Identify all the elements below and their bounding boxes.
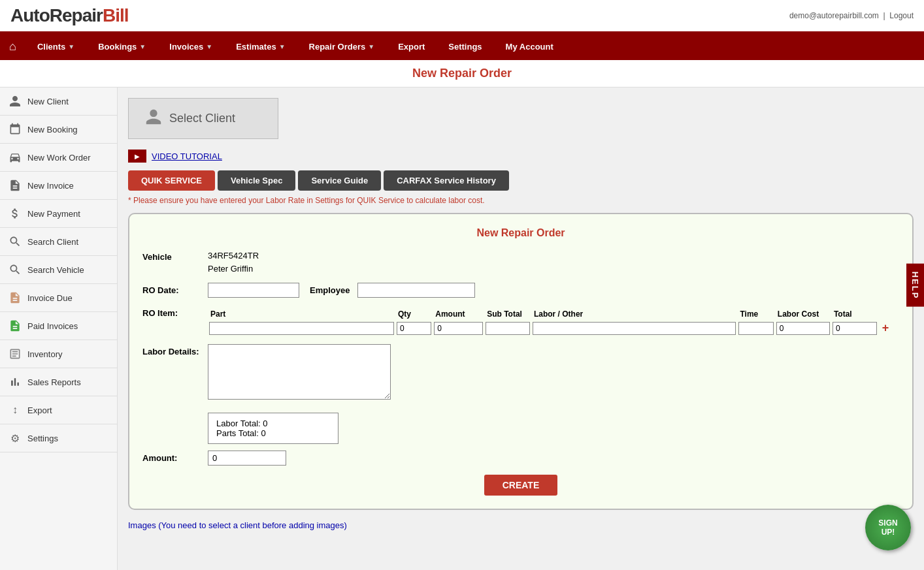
labor-other-input[interactable] xyxy=(533,322,736,335)
ro-item-label: RO Item: xyxy=(142,306,208,318)
sidebar-item-new-work-order[interactable]: New Work Order xyxy=(0,144,117,172)
sidebar-item-export[interactable]: ↕ Export xyxy=(0,396,117,424)
nav-my-account[interactable]: My Account xyxy=(494,35,565,58)
ro-item-row: RO Item: Part Qty Amount Sub Total Labor… xyxy=(142,306,899,336)
col-qty: Qty xyxy=(395,308,433,320)
totals-area: Labor Total: 0 Parts Total: 0 xyxy=(208,407,899,444)
vehicle-value: 34RF5424TR Peter Griffin xyxy=(208,249,259,275)
layout: New Client New Booking New Work Order Ne… xyxy=(0,87,924,570)
nav-clients[interactable]: Clients ▼ xyxy=(25,35,86,58)
sidebar-item-paid-invoices[interactable]: Paid Invoices xyxy=(0,312,117,340)
new-booking-icon xyxy=(8,122,22,136)
labor-rate-notice: * Please ensure you have entered your La… xyxy=(128,196,914,205)
search-vehicle-icon xyxy=(8,262,22,277)
images-notice: Images (You need to select a client befo… xyxy=(128,520,914,530)
new-payment-icon xyxy=(8,206,22,221)
form-title: New Repair Order xyxy=(142,227,899,239)
tabs-row: QUIK SERVICE Vehicle Spec Service Guide … xyxy=(128,170,914,191)
user-email: demo@autorepairbill.com xyxy=(789,11,879,20)
total-input[interactable] xyxy=(833,322,877,335)
sidebar-search-vehicle-label: Search Vehicle xyxy=(27,265,84,275)
new-client-icon xyxy=(8,94,22,108)
logout-link[interactable]: Logout xyxy=(889,11,914,20)
repair-order-form-card: New Repair Order Vehicle 34RF5424TR Pete… xyxy=(128,213,914,510)
sidebar-item-inventory[interactable]: Inventory xyxy=(0,340,117,368)
video-tutorial-link[interactable]: VIDEO TUTORIAL xyxy=(152,151,222,161)
amount-input-field[interactable] xyxy=(208,451,286,466)
nav-invoices[interactable]: Invoices ▼ xyxy=(157,35,224,58)
part-input[interactable] xyxy=(209,322,394,335)
ro-date-inputs: Employee xyxy=(208,283,475,298)
video-tutorial-row: ▶ VIDEO TUTORIAL xyxy=(128,150,914,163)
sidebar-item-new-booking[interactable]: New Booking xyxy=(0,116,117,144)
time-input[interactable] xyxy=(738,322,773,335)
labor-cost-input[interactable] xyxy=(776,322,830,335)
sidebar-item-sales-reports[interactable]: Sales Reports xyxy=(0,368,117,396)
labor-details-row: Labor Details: xyxy=(142,344,899,400)
ro-date-row: RO Date: Employee xyxy=(142,283,899,298)
tab-quik-service[interactable]: QUIK SERVICE xyxy=(128,170,215,191)
labor-total: Labor Total: 0 xyxy=(216,419,330,428)
sidebar-new-work-order-label: New Work Order xyxy=(27,153,91,163)
amount-input[interactable] xyxy=(434,322,483,335)
invoice-due-icon xyxy=(8,291,22,305)
select-client-button[interactable]: Select Client xyxy=(128,98,278,139)
nav-export[interactable]: Export xyxy=(386,35,437,58)
page-title: New Repair Order xyxy=(0,60,924,87)
top-bar: AutoRepairBill demo@autorepairbill.com |… xyxy=(0,0,924,33)
signup-button[interactable]: SIGN UP! xyxy=(865,505,911,550)
employee-input[interactable] xyxy=(357,283,475,298)
export-icon: ↕ xyxy=(8,403,22,417)
sidebar-item-search-client[interactable]: Search Client xyxy=(0,228,117,256)
ro-date-input[interactable] xyxy=(208,283,299,298)
col-amount: Amount xyxy=(433,308,484,320)
sidebar-item-search-vehicle[interactable]: Search Vehicle xyxy=(0,256,117,284)
tab-carfax[interactable]: CARFAX Service History xyxy=(384,170,509,191)
help-tab[interactable]: HELP xyxy=(906,263,924,307)
settings-icon: ⚙ xyxy=(8,431,22,445)
amount-label: Amount: xyxy=(142,451,208,463)
vehicle-id: 34RF5424TR xyxy=(208,249,259,262)
sidebar-new-booking-label: New Booking xyxy=(27,125,78,135)
nav-repair-orders[interactable]: Repair Orders ▼ xyxy=(297,35,387,58)
nav-bookings[interactable]: Bookings ▼ xyxy=(86,35,157,58)
nav-estimates-arrow: ▼ xyxy=(279,43,286,50)
sidebar-item-new-client[interactable]: New Client xyxy=(0,87,117,116)
ro-item-table-container: Part Qty Amount Sub Total Labor / Other … xyxy=(208,306,899,336)
settings-link[interactable]: Settings xyxy=(315,196,343,205)
nav-estimates[interactable]: Estimates ▼ xyxy=(224,35,297,58)
new-work-order-icon xyxy=(8,150,22,165)
sidebar-item-settings[interactable]: ⚙ Settings xyxy=(0,424,117,452)
col-labor-other: Labor / Other xyxy=(531,308,738,320)
nav-invoices-arrow: ▼ xyxy=(206,43,212,50)
tab-vehicle-spec[interactable]: Vehicle Spec xyxy=(218,170,296,191)
sidebar-export-label: Export xyxy=(27,405,52,415)
sidebar-inventory-label: Inventory xyxy=(27,349,62,359)
logo: AutoRepairBill xyxy=(10,5,128,26)
tab-service-guide[interactable]: Service Guide xyxy=(298,170,381,191)
user-info: demo@autorepairbill.com | Logout xyxy=(789,11,914,20)
amount-row: Amount: xyxy=(142,451,899,466)
labor-details-textarea[interactable] xyxy=(208,344,391,400)
add-row-button[interactable]: + xyxy=(880,321,892,334)
sidebar-search-client-label: Search Client xyxy=(27,237,78,247)
vehicle-label: Vehicle xyxy=(142,249,208,262)
nav-settings[interactable]: Settings xyxy=(437,35,493,58)
sidebar-new-invoice-label: New Invoice xyxy=(27,181,74,191)
sidebar-item-new-payment[interactable]: New Payment xyxy=(0,200,117,228)
create-button[interactable]: CREATE xyxy=(484,475,558,496)
sub-total-input[interactable] xyxy=(486,322,530,335)
qty-input[interactable] xyxy=(397,322,431,335)
sidebar-paid-invoices-label: Paid Invoices xyxy=(27,321,78,331)
nav-home-button[interactable]: ⌂ xyxy=(0,33,25,60)
sidebar-item-invoice-due[interactable]: Invoice Due xyxy=(0,284,117,312)
col-add xyxy=(878,308,899,320)
signup-label: SIGN UP! xyxy=(878,518,897,537)
nav-bookings-arrow: ▼ xyxy=(139,43,146,50)
sidebar-item-new-invoice[interactable]: New Invoice xyxy=(0,172,117,200)
nav-repair-orders-arrow: ▼ xyxy=(368,43,374,50)
ro-date-label: RO Date: xyxy=(142,283,208,295)
sales-reports-icon xyxy=(8,375,22,389)
main-content: Select Client ▶ VIDEO TUTORIAL QUIK SERV… xyxy=(118,87,924,570)
vehicle-row: Vehicle 34RF5424TR Peter Griffin xyxy=(142,249,899,275)
